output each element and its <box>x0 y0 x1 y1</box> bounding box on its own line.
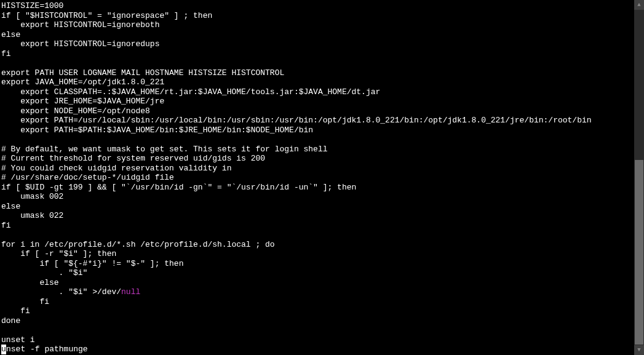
terminal-line: . "$i" >/dev/null <box>1 287 634 297</box>
terminal-line: export CLASSPATH=.:$JAVA_HOME/rt.jar:$JA… <box>1 87 634 97</box>
scrollbar-up-button[interactable]: ▲ <box>634 0 644 10</box>
terminal-line: done <box>1 316 634 326</box>
terminal-line: # You could check uidgid reservation val… <box>1 164 634 174</box>
scrollbar[interactable]: ▲ ▼ <box>634 0 644 355</box>
terminal-line: if [ "$HISTCONTROL" = "ignorespace" ] ; … <box>1 11 634 21</box>
terminal-line: export PATH=$PATH:$JAVA_HOME/bin:$JRE_HO… <box>1 126 634 135</box>
terminal-line: else <box>1 278 634 288</box>
terminal-line <box>1 135 634 145</box>
terminal-line: else <box>1 202 634 212</box>
terminal-line: unset -f pathmunge <box>1 345 634 354</box>
terminal-line: # Current threshold for system reserved … <box>1 154 634 164</box>
terminal-line: fi <box>1 297 634 307</box>
terminal-line: fi <box>1 306 634 316</box>
terminal-line: export HISTCONTROL=ignoredups <box>1 39 634 49</box>
terminal-line: export JAVA_HOME=/opt/jdk1.8.0_221 <box>1 78 634 87</box>
terminal-line: export NODE_HOME=/opt/node8 <box>1 106 634 116</box>
terminal-line: fi <box>1 221 634 231</box>
terminal-line: umask 022 <box>1 211 634 221</box>
terminal-line: # /usr/share/doc/setup-*/uidgid file <box>1 173 634 183</box>
terminal-line: for i in /etc/profile.d/*.sh /etc/profil… <box>1 240 634 250</box>
terminal-line <box>1 325 634 335</box>
terminal-line <box>1 58 634 68</box>
terminal-line: else <box>1 30 634 40</box>
null-device-highlight: null <box>121 287 140 297</box>
terminal-line: HISTSIZE=1000 <box>1 1 634 11</box>
terminal-line: # By default, we want umask to get set. … <box>1 145 634 154</box>
terminal-line: export HISTCONTROL=ignoreboth <box>1 20 634 30</box>
terminal-line: fi <box>1 49 634 59</box>
terminal-line: if [ "${-#*i}" != "$-" ]; then <box>1 259 634 269</box>
terminal-line: if [ $UID -gt 199 ] && [ "`/usr/bin/id -… <box>1 183 634 193</box>
terminal-line <box>1 230 634 240</box>
scrollbar-thumb[interactable] <box>635 160 643 345</box>
terminal-line: . "$i" <box>1 268 634 278</box>
cursor: u <box>1 345 6 354</box>
terminal-line: unset i <box>1 335 634 345</box>
terminal-line: umask 002 <box>1 192 634 202</box>
terminal-line: export PATH=/usr/local/sbin:/usr/local/b… <box>1 116 634 126</box>
terminal-content[interactable]: HISTSIZE=1000if [ "$HISTCONTROL" = "igno… <box>0 0 634 355</box>
terminal-line: export PATH USER LOGNAME MAIL HOSTNAME H… <box>1 68 634 78</box>
terminal-line: if [ -r "$i" ]; then <box>1 249 634 259</box>
terminal-line: export JRE_HOME=$JAVA_HOME/jre <box>1 97 634 106</box>
scrollbar-down-button[interactable]: ▼ <box>634 345 644 355</box>
